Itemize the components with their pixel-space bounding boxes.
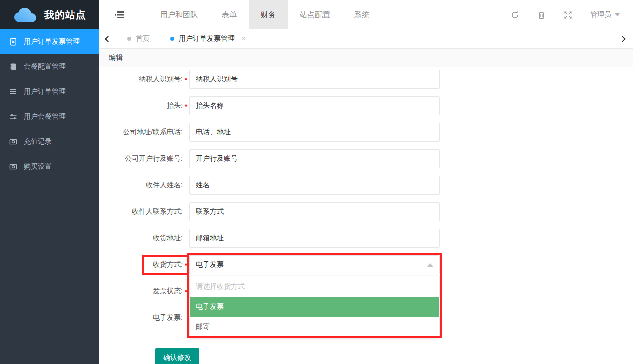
chevron-up-icon — [427, 263, 433, 267]
recharge-record-icon — [9, 138, 17, 146]
field-label-taxpayer-id: 纳税人识别号: — [99, 75, 183, 84]
form-row: 抬头: * — [99, 96, 633, 115]
required-asterisk: * — [183, 101, 189, 110]
sidebar: 用户订单发票管理 套餐配置管理 用户订单管理 用户套 — [0, 29, 99, 364]
trash-icon[interactable] — [537, 11, 546, 19]
delivery-method-select[interactable]: 电子发票 — [189, 255, 440, 274]
invoice-edit-form: 纳税人识别号: * 抬头: * 公司地址/联系电话: 公司开户行及账号: 收件人… — [99, 68, 633, 364]
field-label-title: 抬头: — [99, 101, 183, 110]
dropdown-option-electronic-invoice[interactable]: 电子发票 — [190, 297, 439, 317]
tab-dot-icon — [127, 37, 131, 41]
nav-item-site-config[interactable]: 站点配置 — [288, 0, 342, 29]
sidebar-collapse-button[interactable] — [105, 0, 133, 29]
tab-home[interactable]: 首页 — [117, 29, 160, 48]
page-toolbar: 编辑 — [99, 49, 633, 67]
app-title: 我的站点 — [44, 8, 86, 22]
sidebar-item-label: 用户订单管理 — [24, 87, 66, 96]
field-label-recipient-name: 收件人姓名: — [99, 181, 183, 190]
prev-tab-button[interactable] — [99, 29, 117, 48]
chevron-right-icon — [619, 36, 626, 42]
form-row-delivery-method: 收货方式: * 电子发票 请选择收货方式 电子发票 邮寄 — [99, 255, 633, 274]
sidebar-item-label: 套餐配置管理 — [24, 62, 66, 71]
field-label-delivery-address: 收货地址: — [99, 234, 183, 243]
company-address-input[interactable] — [189, 123, 440, 142]
field-label-delivery-method: 收货方式: — [99, 260, 183, 269]
nav-item-forms[interactable]: 表单 — [210, 0, 249, 29]
delivery-method-dropdown: 请选择收货方式 电子发票 邮寄 — [189, 276, 440, 338]
page-title: 编辑 — [109, 53, 123, 62]
tab-bar: 首页 用户订单发票管理 × — [99, 29, 633, 49]
sidebar-item-label: 用户订单发票管理 — [24, 37, 80, 46]
sidebar-item-purchase-settings[interactable]: 购买设置 — [0, 154, 99, 179]
field-label-invoice-status: 发票状态: — [99, 287, 183, 296]
tab-invoice-management[interactable]: 用户订单发票管理 × — [160, 29, 256, 48]
app-logo: 我的站点 — [0, 0, 99, 29]
field-label-company-address: 公司地址/联系电话: — [99, 128, 183, 137]
sidebar-item-package-config[interactable]: 套餐配置管理 — [0, 54, 99, 79]
cloud-logo-icon — [13, 6, 39, 24]
nav-item-users-teams[interactable]: 用户和团队 — [148, 0, 210, 29]
chevron-left-icon — [105, 36, 111, 42]
bank-account-input[interactable] — [189, 149, 440, 168]
sidebar-item-label: 用户套餐管理 — [24, 112, 66, 121]
refresh-icon[interactable] — [511, 11, 519, 19]
sidebar-item-order-management[interactable]: 用户订单管理 — [0, 79, 99, 104]
dropdown-option-placeholder[interactable]: 请选择收货方式 — [190, 277, 439, 297]
field-label-bank-account: 公司开户行及账号: — [99, 154, 183, 163]
sidebar-item-recharge-records[interactable]: 充值记录 — [0, 129, 99, 154]
tab-dot-icon — [170, 37, 174, 41]
form-row: 公司地址/联系电话: — [99, 123, 633, 142]
sidebar-item-label: 购买设置 — [24, 162, 52, 171]
tab-label: 首页 — [136, 34, 150, 43]
order-list-icon — [9, 88, 17, 96]
form-row: 收件人姓名: — [99, 176, 633, 195]
required-asterisk: * — [183, 260, 189, 269]
user-package-icon — [9, 113, 17, 121]
taxpayer-id-input[interactable] — [189, 70, 440, 89]
top-header: 用户和团队 表单 财务 站点配置 系统 管理员 — [99, 0, 633, 29]
form-row: 纳税人识别号: * — [99, 70, 633, 89]
next-tab-button[interactable] — [612, 29, 633, 48]
invoice-title-input[interactable] — [189, 96, 440, 115]
nav-item-finance[interactable]: 财务 — [249, 0, 288, 29]
fullscreen-icon[interactable] — [564, 11, 572, 19]
tab-label: 用户订单发票管理 — [179, 34, 235, 43]
dropdown-option-mail[interactable]: 邮寄 — [190, 317, 439, 337]
required-asterisk: * — [183, 75, 189, 84]
main-content: 纳税人识别号: * 抬头: * 公司地址/联系电话: 公司开户行及账号: 收件人… — [99, 68, 633, 364]
recipient-name-input[interactable] — [189, 176, 440, 195]
required-asterisk: * — [183, 287, 189, 296]
confirm-edit-button[interactable]: 确认修改 — [155, 348, 199, 364]
chevron-down-icon — [615, 13, 620, 16]
recipient-contact-input[interactable] — [189, 202, 440, 221]
form-row: 收件人联系方式: — [99, 202, 633, 221]
purchase-setting-icon — [9, 163, 17, 171]
field-label-recipient-contact: 收件人联系方式: — [99, 207, 183, 216]
invoice-doc-icon — [9, 38, 17, 46]
package-config-icon — [9, 63, 17, 71]
nav-item-system[interactable]: 系统 — [342, 0, 381, 29]
select-value: 电子发票 — [196, 260, 224, 269]
field-label-electronic-invoice: 电子发票: — [99, 313, 183, 322]
sidebar-item-user-package[interactable]: 用户套餐管理 — [0, 104, 99, 129]
header-actions: 管理员 — [511, 0, 633, 29]
admin-label: 管理员 — [590, 10, 611, 19]
collapse-menu-icon — [115, 11, 124, 19]
form-row: 收货地址: — [99, 229, 633, 248]
admin-menu[interactable]: 管理员 — [590, 10, 620, 19]
form-row: 公司开户行及账号: — [99, 149, 633, 168]
delivery-method-select-wrap: 电子发票 请选择收货方式 电子发票 邮寄 — [189, 255, 440, 274]
delivery-address-input[interactable] — [189, 229, 440, 248]
sidebar-item-label: 充值记录 — [24, 137, 52, 146]
sidebar-item-invoice-management[interactable]: 用户订单发票管理 — [0, 29, 99, 54]
close-tab-icon[interactable]: × — [241, 35, 246, 43]
top-nav: 用户和团队 表单 财务 站点配置 系统 — [148, 0, 381, 29]
